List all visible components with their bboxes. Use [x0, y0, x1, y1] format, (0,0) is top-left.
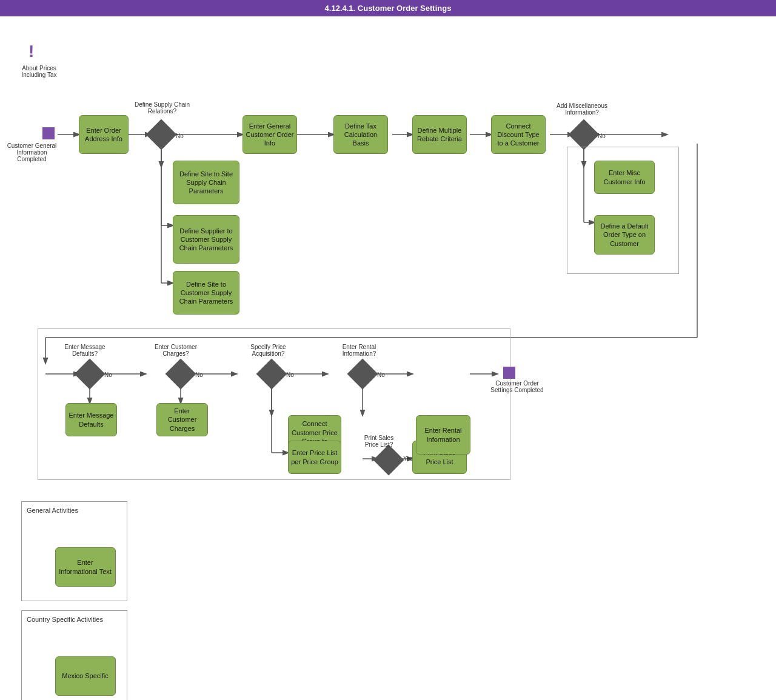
enter-rental-box[interactable]: Enter Rental Information — [416, 415, 470, 455]
page-title: 4.12.4.1. Customer Order Settings — [325, 4, 452, 13]
mexico-specific-box[interactable]: Mexico Specific — [55, 656, 116, 696]
enter-customer-charges-q-label: Enter Customer Charges? — [149, 344, 203, 357]
general-activities-label: General Activities — [27, 507, 78, 514]
no-label-1: No — [176, 133, 184, 139]
no-label-5: No — [286, 372, 294, 378]
title-bar: 4.12.4.1. Customer Order Settings — [0, 0, 776, 16]
connect-discount-box[interactable]: Connect Discount Type to a Customer — [491, 115, 546, 154]
customer-general-box — [42, 127, 55, 139]
print-sales-q-label: Print Sales Price List? — [358, 435, 400, 448]
define-site-customer-box[interactable]: Define Site to Customer Supply Chain Par… — [173, 271, 239, 315]
add-misc-q-label: Add Miscellaneous Information? — [552, 102, 612, 116]
enter-price-list-box[interactable]: Enter Price List per Price Group — [288, 441, 341, 474]
no-label-2: No — [598, 133, 606, 139]
enter-general-customer-box[interactable]: Enter General Customer Order Info — [242, 115, 297, 154]
diamond-supply-chain — [146, 119, 177, 150]
define-multiple-rebate-box[interactable]: Define Multiple Rebate Criteria — [412, 115, 467, 154]
define-site-site-box[interactable]: Define Site to Site Supply Chain Paramet… — [173, 161, 239, 204]
enter-message-defaults-box[interactable]: Enter Message Defaults — [65, 403, 117, 436]
no-label-3: No — [104, 372, 112, 378]
about-prices-label: About Prices Including Tax — [13, 65, 65, 78]
define-supply-chain-q-label: Define Supply Chain Relations? — [133, 101, 191, 115]
diagram-container: ! About Prices Including Tax Customer Ge… — [0, 16, 776, 700]
diamond-misc-info — [569, 119, 600, 150]
no-label-4: No — [195, 372, 203, 378]
misc-section-box — [567, 147, 679, 274]
enter-message-q-label: Enter Message Defaults? — [58, 344, 112, 357]
country-specific-label: Country Specific Activities — [27, 616, 103, 623]
define-supplier-customer-box[interactable]: Define Supplier to Customer Supply Chain… — [173, 215, 239, 264]
specify-price-q-label: Specify Price Acquisition? — [239, 344, 297, 357]
no-label-6: No — [377, 372, 385, 378]
exclamation-icon: ! — [28, 42, 34, 61]
customer-general-label: Customer General Information Completed — [3, 142, 61, 162]
yes-label-1: Yes — [403, 455, 413, 462]
customer-order-completed-box — [503, 367, 515, 379]
country-specific-section: Country Specific Activities Mexico Speci… — [21, 610, 127, 700]
enter-rental-q-label: Enter Rental Information? — [330, 344, 388, 357]
general-activities-section: General Activities Enter Informational T… — [21, 501, 127, 601]
enter-order-address-box[interactable]: Enter Order Address Info — [79, 115, 129, 154]
enter-customer-charges-box[interactable]: Enter Customer Charges — [156, 403, 208, 436]
enter-informational-box[interactable]: Enter Informational Text — [55, 547, 116, 587]
define-tax-box[interactable]: Define Tax Calculation Basis — [333, 115, 388, 154]
customer-order-completed-label: Customer Order Settings Completed — [490, 380, 544, 393]
